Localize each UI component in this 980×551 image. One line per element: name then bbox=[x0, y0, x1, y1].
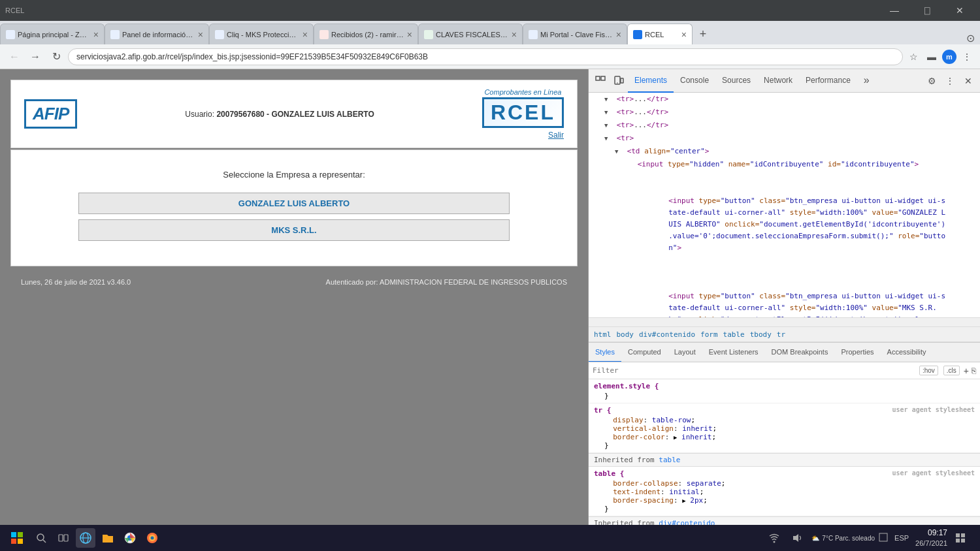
svg-point-9 bbox=[37, 534, 44, 541]
devtools-more-options-icon[interactable]: ⋮ bbox=[941, 72, 959, 90]
tree-line-2[interactable]: <tr>...</tr> bbox=[589, 106, 980, 119]
style-selector-element[interactable]: element.style { bbox=[594, 382, 975, 390]
tab-close-5[interactable]: × bbox=[512, 29, 517, 40]
empresa-btn-2[interactable]: MKS S.R.L. bbox=[78, 219, 510, 241]
style-selector-table[interactable]: table { user agent stylesheet bbox=[594, 469, 975, 478]
filter-hov[interactable]: :hov bbox=[919, 366, 938, 375]
taskbar-show-desktop[interactable] bbox=[879, 533, 888, 543]
tab-close-2[interactable]: × bbox=[198, 29, 203, 40]
taskbar-network-icon[interactable] bbox=[764, 528, 784, 548]
start-button[interactable] bbox=[5, 526, 29, 550]
devtools-settings-icon[interactable]: ⚙ bbox=[923, 72, 941, 90]
profile-icon[interactable]: ⊙ bbox=[966, 32, 975, 44]
svg-line-10 bbox=[43, 540, 46, 543]
breadcrumb-body[interactable]: body bbox=[617, 330, 634, 339]
taskbar-browser[interactable] bbox=[76, 528, 95, 548]
new-style-rule-icon[interactable]: ⎘ bbox=[972, 366, 976, 375]
tree-triangle-2[interactable] bbox=[604, 106, 612, 118]
style-selector-tr[interactable]: tr { user agent stylesheet bbox=[594, 406, 975, 415]
breadcrumb-tr[interactable]: tr bbox=[777, 330, 785, 339]
tab-close-1[interactable]: × bbox=[93, 29, 99, 40]
add-style-icon[interactable]: + bbox=[964, 366, 969, 376]
devtools-more-tabs[interactable]: » bbox=[857, 69, 876, 93]
close-button[interactable]: ✕ bbox=[945, 0, 975, 21]
tree-line-7[interactable]: <input type="button" class="btn_empresa … bbox=[589, 171, 980, 266]
new-tab-button[interactable]: + bbox=[693, 24, 713, 44]
taskbar-volume-icon[interactable] bbox=[788, 528, 808, 548]
lower-tab-accessibility[interactable]: Accessibility bbox=[881, 343, 933, 362]
devtools-inspect-icon[interactable] bbox=[591, 72, 610, 90]
taskbar-search[interactable] bbox=[31, 528, 51, 548]
tree-triangle-1[interactable] bbox=[604, 93, 612, 105]
breadcrumb-tbody[interactable]: tbody bbox=[750, 330, 772, 339]
lower-tab-styles[interactable]: Styles bbox=[589, 343, 621, 362]
taskbar-language[interactable]: ESP bbox=[892, 528, 911, 548]
taskbar-firefox[interactable] bbox=[142, 528, 162, 548]
style-prop-border-spacing: border-spacing: ▶ 2px; bbox=[594, 496, 975, 505]
tab-close-7[interactable]: × bbox=[681, 29, 687, 40]
restore-button[interactable]: ⎕ bbox=[912, 0, 942, 21]
tree-line-5[interactable]: <td align="center"> bbox=[589, 145, 980, 158]
browser-tab-7[interactable]: RCEL × bbox=[627, 24, 693, 44]
salir-link[interactable]: Salir bbox=[548, 131, 564, 140]
style-prop-border-collapse: border-collapse: separate; bbox=[594, 479, 975, 488]
styles-filter-input[interactable] bbox=[593, 366, 917, 375]
breadcrumb-html[interactable]: html bbox=[594, 330, 612, 339]
taskbar-chrome[interactable] bbox=[120, 528, 140, 548]
tree-triangle-3[interactable] bbox=[604, 119, 612, 131]
tree-triangle-5[interactable] bbox=[615, 146, 623, 157]
browser-tab-4[interactable]: Recibidos (2) - ramiro... × bbox=[314, 24, 418, 44]
tab-close-4[interactable]: × bbox=[407, 29, 412, 40]
devtools-tab-elements[interactable]: Elements bbox=[628, 69, 674, 93]
back-button[interactable]: ← bbox=[5, 48, 24, 66]
breadcrumb-form[interactable]: form bbox=[700, 330, 718, 339]
lower-tab-properties[interactable]: Properties bbox=[834, 343, 880, 362]
address-bar[interactable] bbox=[68, 48, 903, 65]
lower-tab-computed[interactable]: Computed bbox=[621, 343, 668, 362]
browser-tab-5[interactable]: CLAVES FISCALES - C... × bbox=[418, 24, 523, 44]
refresh-button[interactable]: ↻ bbox=[47, 48, 65, 66]
user-label: Usuario: bbox=[185, 110, 214, 119]
html-scrollbar[interactable] bbox=[589, 317, 980, 326]
taskbar-clock: 09:17 26/7/2021 bbox=[915, 528, 947, 548]
devtools-close-icon[interactable]: ✕ bbox=[959, 72, 977, 90]
tab-close-3[interactable]: × bbox=[302, 29, 308, 40]
taskbar-taskview[interactable] bbox=[54, 528, 73, 548]
breadcrumb-div-contenido[interactable]: div#contenido bbox=[639, 330, 695, 339]
filter-cls[interactable]: .cls bbox=[943, 366, 960, 375]
svg-rect-27 bbox=[961, 539, 965, 543]
extensions-icon[interactable]: ▬ bbox=[924, 49, 939, 65]
empresa-btn-1[interactable]: GONZALEZ LUIS ALBERTO bbox=[78, 193, 510, 214]
taskbar-file-explorer[interactable] bbox=[98, 528, 118, 548]
minimize-button[interactable]: — bbox=[879, 0, 909, 21]
breadcrumb-bar: html body div#contenido form table tbody… bbox=[589, 326, 980, 342]
breadcrumb-table[interactable]: table bbox=[723, 330, 745, 339]
browser-tab-3[interactable]: Cliq - MKS Proteccion... × bbox=[209, 24, 314, 44]
bookmark-icon[interactable]: ☆ bbox=[906, 49, 921, 65]
forward-button[interactable]: → bbox=[26, 48, 44, 66]
tree-line-1[interactable]: <tr>...</tr> bbox=[589, 93, 980, 106]
tree-line-8[interactable]: <input type="button" class="btn_empresa … bbox=[589, 266, 980, 317]
tree-line-3[interactable]: <tr>...</tr> bbox=[589, 119, 980, 132]
lower-tab-dom-breakpoints[interactable]: DOM Breakpoints bbox=[765, 343, 835, 362]
tab-close-6[interactable]: × bbox=[616, 29, 621, 40]
devtools-tab-performance[interactable]: Performance bbox=[799, 69, 857, 93]
notification-center[interactable] bbox=[951, 529, 970, 547]
browser-tab-6[interactable]: Mi Portal - Clave Fisca... × bbox=[523, 24, 627, 44]
browser-tab-1[interactable]: Página principal - Zoh... × bbox=[0, 24, 105, 44]
browser-tab-2[interactable]: Panel de información... × bbox=[105, 24, 209, 44]
tree-line-6[interactable]: <input type="hidden" name="idContribuyen… bbox=[589, 158, 980, 171]
menu-icon[interactable]: ⋮ bbox=[959, 49, 975, 65]
svg-rect-26 bbox=[956, 539, 960, 543]
profile-avatar[interactable]: m bbox=[942, 50, 956, 64]
tree-line-4[interactable]: <tr> bbox=[589, 132, 980, 145]
tree-triangle-4[interactable] bbox=[604, 133, 612, 144]
inherited-from-table[interactable]: table bbox=[659, 456, 680, 464]
devtools-tab-console[interactable]: Console bbox=[674, 69, 715, 93]
lower-tab-event-listeners[interactable]: Event Listeners bbox=[702, 343, 765, 362]
lower-tab-layout[interactable]: Layout bbox=[668, 343, 702, 362]
devtools-tab-network[interactable]: Network bbox=[757, 69, 799, 93]
devtools-device-icon[interactable] bbox=[610, 72, 628, 90]
devtools-toolbar: Elements Console Sources Network Perform… bbox=[589, 69, 980, 93]
devtools-tab-sources[interactable]: Sources bbox=[715, 69, 757, 93]
